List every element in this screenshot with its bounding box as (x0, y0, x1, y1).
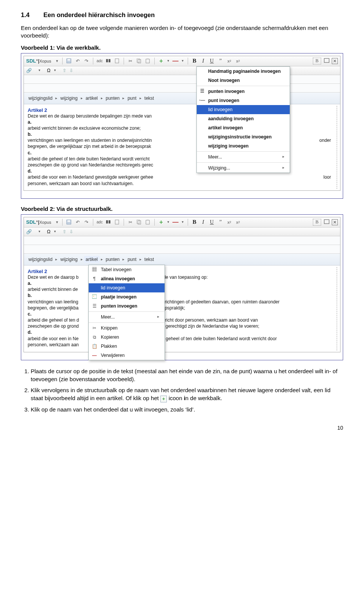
chevron-down-icon[interactable]: ▼ (53, 230, 56, 233)
menu-item-selected[interactable]: lid invoegen (89, 283, 165, 292)
link-icon[interactable]: 🔗 (26, 68, 32, 73)
page-number: 10 (21, 425, 343, 431)
remove-minus-icon[interactable]: — (173, 58, 179, 64)
blank-row (24, 245, 340, 254)
quote-icon[interactable]: ” (218, 219, 224, 225)
crumb-item-active[interactable]: artikel (84, 256, 99, 263)
crumb-item[interactable]: punten (104, 256, 121, 263)
chevron-down-icon[interactable]: ▼ (38, 69, 41, 72)
menu-item-cut[interactable]: ✂Knippen (89, 324, 165, 333)
undo-icon[interactable]: ↶ (75, 219, 81, 225)
menu-item[interactable]: artikel invoegen (197, 123, 290, 132)
superscript-icon[interactable]: x2 (226, 219, 232, 225)
window-icon[interactable] (323, 219, 329, 225)
menu-item[interactable]: ·—punt invoegen (197, 96, 290, 105)
step-1: Plaats de cursor op de positie in de tek… (31, 367, 343, 383)
menu-item[interactable]: ¶alinea invoegen (89, 274, 165, 283)
omega-icon[interactable]: Ω (47, 68, 50, 73)
chevron-down-icon[interactable]: ▼ (55, 59, 59, 63)
bold-icon[interactable]: B (191, 219, 198, 225)
find-icon[interactable] (105, 219, 111, 225)
menu-item[interactable]: aanduiding invoegen (197, 114, 290, 123)
redo-icon[interactable]: ↷ (83, 219, 89, 225)
chevron-down-icon[interactable]: ▼ (181, 59, 184, 63)
menu-item[interactable]: ☰punten invoegen (197, 87, 290, 96)
close-icon[interactable]: ✕ (332, 58, 338, 64)
menu-item[interactable]: Handmatig paginaeinde invoegen (197, 67, 290, 76)
cut-icon[interactable]: ✂ (127, 219, 133, 225)
move-down-icon[interactable]: ⇩ (69, 68, 73, 73)
link-icon[interactable]: 🔗 (26, 229, 32, 234)
menu-item[interactable]: Tabel invoegen (89, 265, 165, 274)
bold-icon[interactable]: B (191, 58, 198, 64)
chevron-down-icon[interactable]: ▼ (38, 230, 41, 233)
document-icon[interactable] (114, 219, 120, 225)
crumb-item[interactable]: wijziging (59, 256, 79, 263)
menu-item-wijziging[interactable]: Wijziging...▸ (197, 163, 290, 173)
list-icon: ☰ (199, 88, 205, 94)
move-up-icon[interactable]: ⇧ (63, 229, 66, 234)
superscript-icon[interactable]: x2 (226, 58, 232, 64)
chevron-down-icon[interactable]: ▼ (181, 220, 184, 224)
step-2: Klik vervolgens in de structuurbalk op d… (31, 386, 343, 402)
subscript-icon[interactable]: x2 (235, 219, 241, 225)
crumb-item[interactable]: tekst (143, 95, 155, 102)
cut-icon[interactable]: ✂ (127, 58, 133, 64)
insert-plus-icon[interactable]: + (158, 219, 164, 225)
copy-icon[interactable] (136, 219, 142, 225)
spellcheck-icon[interactable]: adc (97, 58, 103, 64)
chevron-down-icon[interactable]: ▼ (55, 220, 59, 224)
underline-icon[interactable]: U (209, 58, 215, 64)
remove-minus-icon[interactable]: — (173, 219, 179, 225)
document-icon[interactable] (114, 58, 120, 64)
move-down-icon[interactable]: ⇩ (69, 229, 73, 234)
spellcheck-icon[interactable]: adc (97, 219, 103, 225)
menu-item-more[interactable]: Meer...▸ (197, 152, 290, 162)
window-icon[interactable] (323, 58, 329, 64)
crumb-item[interactable]: punt (126, 95, 138, 102)
menu-item-copy[interactable]: ⧉Kopieren (89, 333, 165, 342)
toggle-b-icon[interactable]: B (313, 58, 321, 64)
svg-rect-9 (324, 58, 329, 63)
omega-icon[interactable]: Ω (47, 229, 50, 234)
subscript-icon[interactable]: x2 (235, 58, 241, 64)
crumb-item[interactable]: tekst (143, 256, 155, 263)
crumb-item[interactable]: wijzigingslid (27, 256, 54, 263)
save-icon[interactable] (66, 219, 72, 225)
save-icon[interactable] (66, 58, 72, 64)
menu-item-paste[interactable]: 📋Plakken (89, 342, 165, 351)
chevron-down-icon[interactable]: ▼ (167, 220, 170, 224)
quote-icon[interactable]: ” (218, 58, 224, 64)
copy-icon[interactable] (136, 58, 142, 64)
crumb-item[interactable]: wijziging (59, 95, 79, 102)
undo-icon[interactable]: ↶ (75, 58, 81, 64)
chevron-down-icon[interactable]: ▼ (53, 69, 56, 72)
insert-plus-icon[interactable]: + (158, 58, 164, 64)
example1-label: Voorbeeld 1: Via de werkbalk. (21, 44, 343, 51)
menu-item-more[interactable]: Meer...▸ (89, 313, 165, 322)
move-up-icon[interactable]: ⇧ (63, 68, 66, 73)
italic-icon[interactable]: I (200, 58, 206, 64)
crumb-item[interactable]: punten (104, 95, 121, 102)
underline-icon[interactable]: U (209, 219, 215, 225)
list-icon: ☰ (91, 303, 97, 309)
menu-item[interactable]: plaatje invoegen (89, 292, 165, 302)
menu-item[interactable]: wijziging invoegen (197, 141, 290, 151)
menu-item[interactable]: wijzigingsinstructie invoegen (197, 132, 290, 141)
find-icon[interactable] (105, 58, 111, 64)
italic-icon[interactable]: I (200, 219, 206, 225)
blank-row (24, 84, 340, 93)
paste-icon[interactable] (145, 219, 151, 225)
menu-item[interactable]: Noot invoegen (197, 76, 290, 85)
menu-item-selected[interactable]: lid invoegen (197, 105, 290, 114)
chevron-down-icon[interactable]: ▼ (167, 59, 170, 63)
crumb-item[interactable]: wijzigingslid (27, 95, 54, 102)
close-icon[interactable]: ✕ (332, 219, 338, 225)
menu-item-delete[interactable]: —Verwijderen (89, 351, 165, 360)
crumb-item[interactable]: punt (126, 256, 138, 263)
toggle-b-icon[interactable]: B (313, 219, 321, 226)
crumb-item[interactable]: artikel (84, 95, 99, 102)
menu-item[interactable]: ☰punten invoegen (89, 302, 165, 311)
redo-icon[interactable]: ↷ (83, 58, 89, 64)
paste-icon[interactable] (145, 58, 151, 64)
